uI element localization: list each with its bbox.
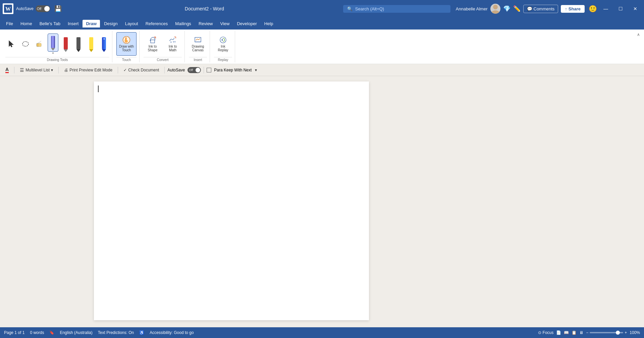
comments-label: Comments bbox=[534, 6, 555, 11]
text-predictions[interactable]: Text Predictions: On bbox=[98, 330, 134, 335]
svg-rect-6 bbox=[39, 43, 41, 47]
ribbon: ▾ bbox=[0, 30, 644, 64]
word-count[interactable]: 0 words bbox=[30, 330, 44, 335]
focus-layout-button[interactable]: 🖥 bbox=[579, 330, 583, 335]
menu-references[interactable]: References bbox=[142, 20, 171, 27]
title-bar: W AutoSave Off 💾 Document2 - Word 🔍 Sear… bbox=[0, 0, 644, 17]
drawing-tools-content: ▾ bbox=[5, 31, 109, 57]
autosave-toggle[interactable]: Off bbox=[36, 5, 50, 12]
menu-design[interactable]: Design bbox=[101, 20, 121, 27]
menu-draw[interactable]: Draw bbox=[83, 20, 100, 27]
menu-developer[interactable]: Developer bbox=[233, 20, 260, 27]
draw-with-touch-button[interactable]: Draw withTouch bbox=[116, 32, 137, 56]
toolbar2-toggle-knob bbox=[196, 68, 200, 72]
toolbar2-autosave-toggle[interactable]: Off bbox=[187, 67, 201, 73]
replay-content: InkReplay bbox=[214, 31, 232, 57]
print-preview-edit-mode-button[interactable]: 🖨 Print Preview Edit Mode bbox=[61, 67, 115, 73]
pen-edit-icon[interactable]: ✏️ bbox=[513, 5, 521, 12]
highlighter-yellow-tool[interactable] bbox=[86, 35, 97, 53]
para-keep-dropdown-arrow: ▾ bbox=[255, 68, 257, 72]
print-preview-icon: 🖨 bbox=[64, 68, 68, 72]
ribbon-collapse-button[interactable]: ∧ bbox=[635, 32, 641, 37]
lasso-select-button[interactable] bbox=[19, 39, 32, 49]
zoom-plus-button[interactable]: + bbox=[625, 330, 627, 335]
font-color-icon: A bbox=[5, 67, 9, 73]
pen-blue-dropdown-arrow: ▾ bbox=[52, 52, 54, 55]
focus-label: Focus bbox=[543, 330, 554, 335]
page-indicator[interactable]: Page 1 of 1 bbox=[4, 330, 24, 335]
search-bar[interactable]: 🔍 Search (Alt+Q) bbox=[343, 5, 450, 13]
menu-insert[interactable]: Insert bbox=[64, 20, 82, 27]
focus-button[interactable]: ⊙ Focus bbox=[538, 330, 554, 335]
menu-home[interactable]: Home bbox=[17, 20, 36, 27]
comments-button[interactable]: 💬 Comments bbox=[523, 5, 558, 13]
pen-dark-tool[interactable] bbox=[73, 35, 84, 53]
toolbar2-autosave-label: AutoSave bbox=[167, 68, 185, 72]
menu-mailings[interactable]: Mailings bbox=[172, 20, 195, 27]
svg-text:TT: TT bbox=[173, 41, 176, 44]
autosave-label: AutoSave bbox=[16, 6, 34, 11]
convert-content: Ink toShape π TT Ink toMath bbox=[144, 31, 182, 57]
maximize-button[interactable]: ☐ bbox=[614, 3, 627, 14]
para-keep-with-next-container[interactable]: Para Keep With Next bbox=[207, 68, 252, 72]
menu-belles-tab[interactable]: Belle's Tab bbox=[36, 20, 64, 27]
insert-group-label: Insert bbox=[189, 57, 207, 62]
check-doc-icon: ✓ bbox=[123, 68, 127, 72]
eraser-button[interactable] bbox=[34, 39, 46, 49]
page-layout-button[interactable]: 📋 bbox=[572, 330, 577, 335]
menu-view[interactable]: View bbox=[217, 20, 233, 27]
svg-marker-12 bbox=[76, 49, 80, 52]
autosave-state: Off bbox=[37, 7, 41, 11]
share-button[interactable]: ↑ Share bbox=[561, 5, 585, 13]
minimize-button[interactable]: — bbox=[600, 3, 612, 14]
reading-view-button[interactable]: 📖 bbox=[564, 330, 569, 335]
diamond-icon[interactable]: 💎 bbox=[503, 5, 511, 12]
accessibility-status[interactable]: Accessibility: Good to go bbox=[150, 330, 194, 335]
pen-blue-sparkle-tool[interactable]: ✦ bbox=[99, 35, 109, 53]
menu-review[interactable]: Review bbox=[195, 20, 216, 27]
pen-blue-purple-tool[interactable]: ▾ bbox=[48, 34, 58, 55]
font-color-button[interactable]: A bbox=[3, 66, 11, 74]
normal-view-button[interactable]: 📄 bbox=[556, 330, 561, 335]
insert-content: DrawingCanvas bbox=[189, 31, 207, 57]
svg-rect-9 bbox=[64, 37, 68, 49]
close-button[interactable]: ✕ bbox=[629, 3, 641, 14]
ink-to-shape-button[interactable]: Ink toShape bbox=[144, 35, 162, 53]
svg-marker-14 bbox=[89, 49, 93, 52]
document-page[interactable] bbox=[94, 81, 369, 320]
toolbar2-separator-2 bbox=[58, 67, 59, 73]
emoji-feedback-button[interactable]: 🙂 bbox=[589, 5, 597, 13]
ribbon-group-replay: InkReplay Replay bbox=[211, 31, 235, 62]
status-bar: Page 1 of 1 0 words 🔖 English (Australia… bbox=[0, 327, 644, 338]
para-keep-dropdown-button[interactable]: ▾ bbox=[253, 67, 259, 73]
menu-file[interactable]: File bbox=[3, 20, 16, 27]
ink-to-math-button[interactable]: π TT Ink toMath bbox=[164, 35, 182, 53]
multilevel-list-button[interactable]: ☰ Multilevel List ▾ bbox=[17, 66, 56, 74]
toolbar2-separator-4 bbox=[164, 67, 165, 73]
comments-icon: 💬 bbox=[527, 6, 532, 11]
menu-help[interactable]: Help bbox=[261, 20, 277, 27]
toggle-knob bbox=[44, 6, 50, 11]
save-icon[interactable]: 💾 bbox=[54, 5, 62, 12]
select-tool-button[interactable] bbox=[5, 39, 17, 49]
toolbar2: A ☰ Multilevel List ▾ 🖨 Print Preview Ed… bbox=[0, 64, 644, 76]
zoom-percent[interactable]: 100% bbox=[630, 330, 640, 335]
zoom-minus-button[interactable]: − bbox=[586, 330, 588, 335]
collapse-icon: ∧ bbox=[637, 32, 640, 37]
menu-layout[interactable]: Layout bbox=[122, 20, 142, 27]
share-label: Share bbox=[569, 6, 581, 11]
ink-replay-button[interactable]: InkReplay bbox=[214, 35, 232, 53]
svg-point-2 bbox=[493, 5, 498, 9]
zoom-track[interactable] bbox=[590, 332, 623, 333]
drawing-canvas-button[interactable]: DrawingCanvas bbox=[189, 35, 207, 53]
ink-to-shape-label: Ink toShape bbox=[148, 45, 158, 52]
status-right: ⊙ Focus 📄 📖 📋 🖥 − + 100% bbox=[538, 330, 640, 335]
check-document-button[interactable]: ✓ Check Document bbox=[121, 67, 162, 73]
para-keep-checkbox[interactable] bbox=[207, 68, 211, 72]
svg-text:W: W bbox=[5, 6, 11, 12]
pen-red-tool[interactable] bbox=[60, 35, 71, 53]
zoom-slider: − + 100% bbox=[586, 330, 640, 335]
language[interactable]: English (Australia) bbox=[60, 330, 92, 335]
zoom-thumb[interactable] bbox=[616, 331, 620, 335]
ribbon-group-convert: Ink toShape π TT Ink toMath Convert bbox=[141, 31, 185, 62]
